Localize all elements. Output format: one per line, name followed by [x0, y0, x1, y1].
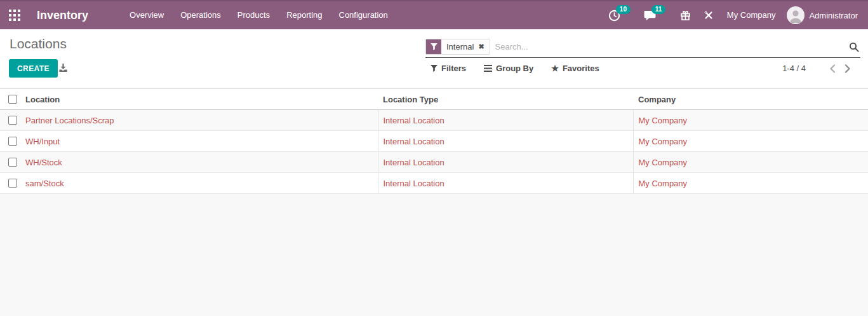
search-facet-internal: Internal ✖ [425, 39, 490, 55]
row-select-cell [0, 110, 25, 131]
page-title: Locations [10, 36, 67, 52]
facet-body: Internal ✖ [441, 39, 490, 54]
cell-company[interactable]: My Company [633, 173, 868, 194]
table-row: Partner Locations/Scrap Internal Locatio… [0, 110, 868, 131]
star-icon: ★ [551, 64, 559, 73]
filters-funnel-icon [431, 65, 437, 72]
gift-icon [680, 10, 691, 21]
facet-label: Internal [446, 42, 474, 52]
row-select-cell [0, 173, 25, 194]
cell-location[interactable]: sam/Stock [25, 173, 378, 194]
cell-location-type[interactable]: Internal Location [378, 152, 633, 173]
select-all-checkbox[interactable] [8, 95, 17, 104]
messages-button[interactable]: 11 [643, 1, 657, 30]
row-checkbox[interactable] [8, 158, 17, 167]
apps-grid-icon [9, 10, 20, 21]
select-all-cell [0, 89, 25, 110]
row-checkbox[interactable] [8, 179, 17, 188]
favorites-button[interactable]: ★ Favorites [551, 64, 599, 73]
search-options: Filters Group By ★ Favorites [431, 59, 599, 78]
cell-location-type[interactable]: Internal Location [378, 173, 633, 194]
search-submit[interactable] [849, 42, 860, 52]
cell-company[interactable]: My Company [633, 110, 868, 131]
column-header-company[interactable]: Company [633, 89, 868, 110]
filters-label: Filters [441, 64, 466, 73]
cell-location-type[interactable]: Internal Location [378, 110, 633, 131]
menu-configuration[interactable]: Configuration [331, 1, 396, 30]
menu-operations[interactable]: Operations [172, 1, 229, 30]
search-input[interactable] [490, 42, 849, 52]
magnifier-icon [849, 42, 859, 52]
tools-icon [704, 10, 714, 20]
cell-location[interactable]: Partner Locations/Scrap [25, 110, 378, 131]
funnel-icon [431, 43, 437, 50]
create-button[interactable]: CREATE [9, 59, 58, 78]
systray: 10 11 [608, 1, 868, 30]
facet-remove-icon[interactable]: ✖ [478, 43, 484, 51]
user-name: Administrator [809, 11, 858, 20]
menu-products[interactable]: Products [229, 1, 278, 30]
table-row: sam/Stock Internal Location My Company [0, 173, 868, 194]
cell-location[interactable]: WH/Stock [25, 152, 378, 173]
cell-company[interactable]: My Company [633, 152, 868, 173]
export-button[interactable] [58, 63, 68, 75]
activities-badge: 10 [616, 5, 631, 14]
cell-location-type[interactable]: Internal Location [378, 131, 633, 152]
pager: 1-4 / 4 [782, 59, 855, 78]
app-menu: Overview Operations Products Reporting C… [121, 1, 396, 29]
messages-badge: 11 [651, 5, 666, 14]
chevron-right-icon [845, 64, 851, 73]
tools-button[interactable] [702, 1, 716, 30]
table-row: WH/Stock Internal Location My Company [0, 152, 868, 173]
cell-company[interactable]: My Company [633, 131, 868, 152]
favorites-label: Favorites [563, 64, 599, 73]
table-header-row: Location Location Type Company [0, 89, 868, 110]
group-by-button[interactable]: Group By [484, 64, 533, 73]
company-switcher[interactable]: My Company [718, 1, 785, 30]
top-navbar: Inventory Overview Operations Products R… [0, 0, 868, 29]
row-select-cell [0, 131, 25, 152]
search-bar: Internal ✖ [425, 36, 860, 58]
cell-location[interactable]: WH/Input [25, 131, 378, 152]
apps-menu-button[interactable] [0, 1, 29, 30]
group-by-icon [484, 65, 492, 72]
person-icon [787, 6, 805, 24]
gift-button[interactable] [679, 1, 693, 30]
facet-filter-block [426, 39, 441, 54]
group-by-label: Group By [496, 64, 533, 73]
column-header-location-type[interactable]: Location Type [378, 89, 633, 110]
download-icon [58, 63, 68, 72]
pager-previous-button[interactable] [825, 61, 840, 76]
row-checkbox[interactable] [8, 116, 17, 125]
pager-range: 1-4 / 4 [782, 64, 806, 73]
user-menu[interactable]: Administrator [784, 6, 860, 24]
column-header-location[interactable]: Location [25, 89, 378, 110]
control-panel: Locations Internal ✖ [0, 29, 868, 88]
app-window: Inventory Overview Operations Products R… [0, 0, 868, 316]
activities-button[interactable]: 10 [608, 1, 622, 30]
row-checkbox[interactable] [8, 137, 17, 146]
table-row: WH/Input Internal Location My Company [0, 131, 868, 152]
filters-button[interactable]: Filters [431, 64, 466, 73]
app-title[interactable]: Inventory [37, 9, 88, 22]
pager-next-button[interactable] [840, 61, 855, 76]
avatar [787, 6, 805, 24]
chevron-left-icon [829, 64, 836, 73]
menu-overview[interactable]: Overview [121, 1, 172, 30]
locations-table: Location Location Type Company Partner L… [0, 88, 868, 194]
row-select-cell [0, 152, 25, 173]
menu-reporting[interactable]: Reporting [278, 1, 330, 30]
